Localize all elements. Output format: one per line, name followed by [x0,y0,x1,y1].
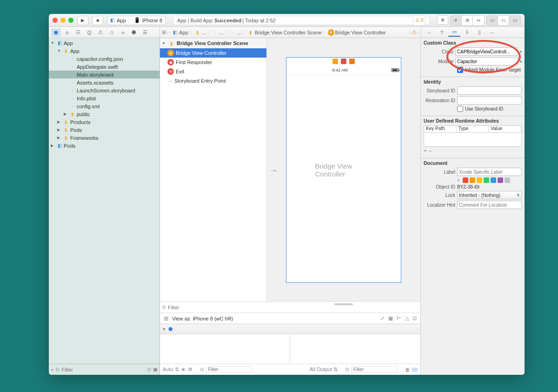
standard-editor-button[interactable]: ≡ [451,16,462,25]
outline-item[interactable]: ◉First Responder [160,58,266,67]
view-controller-canvas[interactable]: 9:41 AM Bridge View Controller [286,57,401,283]
variables-filter-input[interactable] [206,366,252,373]
tree-item[interactable]: ▫AppDelegate.swift [49,63,159,71]
outline-item[interactable]: ⟲Exit [160,67,266,76]
close-icon[interactable] [53,18,58,23]
scroll-handle[interactable] [334,303,353,305]
eye-icon[interactable]: 👁 [181,367,186,372]
output-selector[interactable]: All Output ⇅ [310,366,338,372]
vc-badge-icon[interactable] [332,59,338,64]
toggle-navigator-button[interactable]: ▭ [487,16,498,25]
navigator-filter-input[interactable] [61,367,145,372]
storyboard-canvas[interactable]: → 9:41 AM Bridge View Controller [267,38,420,301]
align-icon[interactable]: ▦ [388,315,393,321]
color-swatch[interactable] [491,177,496,183]
outline-item[interactable]: →Storyboard Entry Point [160,76,266,85]
split-toggle-icon[interactable]: ▯▯ [412,366,418,372]
zoom-fit-icon[interactable]: ⤢ [380,315,385,321]
console-view[interactable] [290,334,420,364]
resolve-icon[interactable]: △ [405,315,409,321]
find-navigator-tab[interactable]: Q [84,28,94,37]
jump-bar[interactable]: ⊞ ‹ › ◧App〉 ▮...〉 ▫...〉 ▫...〉 ▮Bridge Vi… [160,27,421,38]
responder-badge-icon[interactable] [341,59,346,64]
tree-item[interactable]: ▶▮Frameworks [49,134,159,142]
color-swatch[interactable] [463,177,468,183]
clear-color-icon[interactable]: × [457,178,460,183]
connections-inspector-tab[interactable]: → [486,28,498,37]
project-navigator-tab[interactable]: ▣ [51,28,61,37]
issue-navigator-tab[interactable]: ⚠ [95,28,106,37]
storyboard-id-input[interactable] [457,86,522,95]
exit-badge-icon[interactable] [349,59,355,64]
zoom-icon[interactable] [68,18,73,23]
color-swatch[interactable] [498,177,503,183]
minimize-icon[interactable] [60,18,66,23]
lock-select[interactable]: Inherited - (Nothing)⇅ [457,191,522,199]
inherit-module-checkbox[interactable] [457,67,463,73]
dropdown-icon[interactable]: ▾ [520,50,522,54]
tree-item[interactable]: ▫capacitor.config.json [49,55,159,63]
tree-item-selected[interactable]: ▫Main.storyboard [49,71,159,78]
file-inspector-tab[interactable]: ▫ [423,28,435,37]
color-swatch[interactable] [470,177,475,183]
version-editor-button[interactable]: ⇔ [473,16,484,25]
debug-navigator-tab[interactable]: ⎆ [118,28,128,37]
variables-view[interactable] [160,334,290,364]
add-button[interactable]: + [51,367,53,372]
pin-icon[interactable]: ⊢ [397,315,401,321]
debug-disclosure-icon[interactable]: ▾ [163,326,166,332]
use-storyboard-id-checkbox[interactable] [457,106,463,112]
tree-item[interactable]: ▶▮public [49,110,159,118]
symbol-navigator-tab[interactable]: ☷ [73,28,83,37]
localizer-input[interactable] [457,201,522,209]
color-swatch[interactable] [484,177,489,183]
breakpoint-toggle-icon[interactable]: ⬣ [168,326,173,332]
outline-filter-input[interactable] [168,305,418,310]
tree-root-pods[interactable]: ▶◧Pods [49,142,159,150]
auto-selector[interactable]: Auto ⇅ [163,366,179,372]
help-inspector-tab[interactable]: ? [436,28,448,37]
tree-item[interactable]: ▼▮App [49,47,159,55]
tree-root[interactable]: ▼◧App [49,39,159,47]
stop-button[interactable]: ■ [92,16,103,25]
toggle-debug-button[interactable]: ▭ [498,16,509,25]
trash-icon[interactable]: 🗑 [405,367,410,372]
doc-label-input[interactable] [457,168,522,176]
color-swatch[interactable] [505,177,510,183]
dropdown-icon[interactable]: ▾ [520,59,522,64]
size-inspector-tab[interactable]: ▯ [473,28,485,37]
library-button[interactable]: ⊕ [437,15,448,25]
outline-toggle-icon[interactable]: ▥ [164,315,168,321]
tree-item[interactable]: ▫config.xml [49,102,159,110]
embed-icon[interactable]: ⊡ [412,315,417,321]
class-input[interactable] [455,47,518,56]
run-button[interactable]: ▶ [77,16,88,25]
outline-item-selected[interactable]: ●Bridge View Controller [160,48,266,58]
view-as-label[interactable]: View as: iPhone 8 (wC hR) [172,316,233,321]
outline-scene-header[interactable]: ▼▮ Bridge View Controller Scene [160,38,266,48]
report-navigator-tab[interactable]: ☰ [140,28,150,37]
add-attr-button[interactable]: + [424,148,427,154]
runtime-table-body[interactable] [424,133,522,147]
remove-attr-button[interactable]: − [428,148,432,154]
breakpoint-navigator-tab[interactable]: ⬣ [129,28,139,37]
tree-item[interactable]: ▫Assets.xcassets [49,78,159,86]
test-navigator-tab[interactable]: ◇ [106,28,117,37]
tree-item[interactable]: ▫Info.plist [49,94,159,102]
project-tree[interactable]: ▼◧App ▼▮App ▫capacitor.config.json ▫AppD… [49,38,159,364]
attributes-inspector-tab[interactable]: ⇩ [461,28,473,37]
settings-icon[interactable]: ⚙ [188,366,193,372]
warning-count-badge[interactable]: ⚠ 3 [413,15,425,26]
restoration-id-input[interactable] [457,96,522,105]
tree-item[interactable]: ▶▮Products [49,118,159,126]
scheme-selector[interactable]: ◧ App 〉 📱 iPhone 8 [107,16,166,25]
scm-filter-icon[interactable]: ▣ [153,366,158,372]
tree-item[interactable]: ▶▮Pods [49,126,159,134]
recent-filter-icon[interactable]: ⊙ [147,366,151,372]
module-input[interactable] [455,57,518,65]
assistant-editor-button[interactable]: ⊚ [462,16,473,25]
color-swatch[interactable] [477,177,482,183]
console-filter-input[interactable] [351,366,398,373]
identity-inspector-tab[interactable]: ▭ [448,28,460,37]
source-control-tab[interactable]: ⎋ [62,28,72,37]
